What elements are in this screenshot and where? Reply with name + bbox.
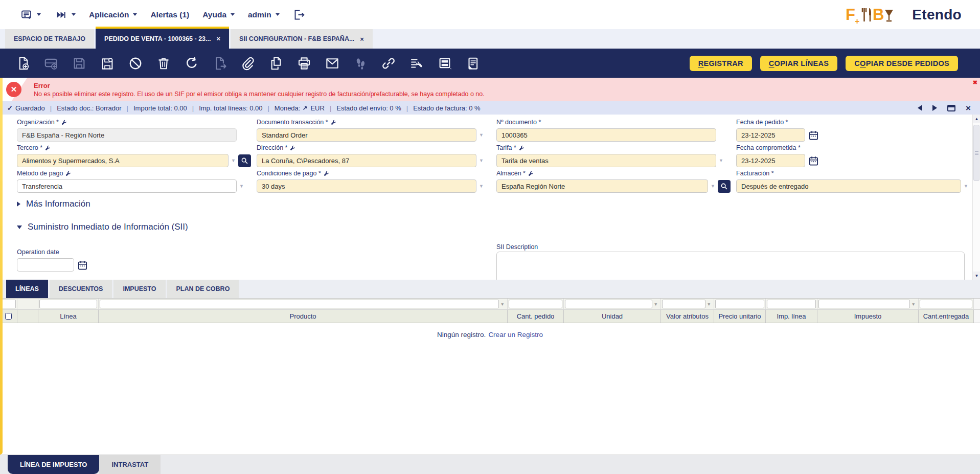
form-scrollbar[interactable]: ▲ ▼	[972, 115, 980, 280]
facturacion-input[interactable]: Después de entregado	[736, 179, 961, 193]
bottom-tab-intrastat[interactable]: INTRASTAT	[99, 455, 161, 474]
filter-select[interactable]	[0, 299, 17, 309]
refresh-icon[interactable]	[184, 56, 199, 71]
section-sii[interactable]: Suministro Inmediato de Información (SII…	[17, 222, 188, 232]
user-menu[interactable]: admin	[248, 10, 280, 19]
application-menu[interactable]: Aplicación	[89, 10, 137, 19]
filter-input-imp-linea[interactable]	[767, 300, 816, 308]
fecha-comprometida-input[interactable]: 23-12-2025	[736, 154, 805, 167]
select-all-checkbox[interactable]	[5, 313, 12, 320]
metodo-pago-input[interactable]: Transferencia	[17, 179, 237, 193]
search-lookup-button[interactable]	[238, 154, 251, 167]
tarifa-input[interactable]: Tarifa de ventas	[496, 154, 716, 167]
scrollbar-thumb[interactable]	[973, 125, 979, 181]
logout[interactable]	[293, 9, 305, 21]
dropdown-arrow-icon[interactable]: ▼	[231, 158, 236, 163]
calendar-icon[interactable]	[77, 260, 88, 270]
numero-documento-input[interactable]: 1000365	[496, 128, 716, 142]
link-icon[interactable]	[381, 56, 396, 71]
maximize-form-button[interactable]	[947, 105, 955, 111]
filter-input-cant-pedido[interactable]	[509, 300, 562, 308]
email-icon[interactable]	[325, 56, 340, 71]
copiar-lineas-button[interactable]: COPIAR LÍNEAS	[760, 56, 838, 71]
close-tab-icon[interactable]: ×	[360, 36, 364, 42]
calendar-icon[interactable]	[808, 130, 819, 141]
operation-date-input[interactable]	[17, 258, 74, 272]
form-view-icon[interactable]	[437, 56, 452, 71]
filter-input-linea[interactable]	[39, 300, 97, 308]
expand-icon[interactable]	[17, 201, 20, 207]
tree-tools-icon[interactable]	[409, 56, 424, 71]
collapse-icon[interactable]	[17, 225, 22, 229]
sii-description-textarea[interactable]	[496, 252, 965, 280]
filter-imp-linea[interactable]	[766, 299, 817, 309]
scroll-down-icon[interactable]: ▼	[973, 272, 980, 280]
bottom-tab-línea-de-impuesto[interactable]: LÍNEA DE IMPUESTO	[8, 455, 99, 474]
filter-impuesto[interactable]: ▼	[817, 299, 919, 309]
copiar-desde-pedidos-button[interactable]: COPIAR DESDE PEDIDOS	[846, 56, 958, 71]
filter-linea[interactable]	[38, 299, 99, 309]
filter-unidad[interactable]: ▼	[564, 299, 661, 309]
filter-cant-entregada[interactable]	[919, 299, 974, 309]
filter-input-precio-unitario[interactable]	[715, 300, 764, 308]
filter-producto[interactable]: ▼	[99, 299, 508, 309]
dropdown-arrow-icon[interactable]: ▼	[239, 184, 244, 189]
documento-transaccion-input[interactable]: Standard Order	[257, 128, 476, 142]
filter-dropdown-icon[interactable]: ▼	[705, 302, 713, 307]
column-header-producto[interactable]: Producto	[99, 310, 508, 323]
dropdown-arrow-icon[interactable]: ▼	[711, 184, 715, 189]
filter-dropdown-icon[interactable]: ▼	[652, 302, 659, 307]
quick-launch-menu[interactable]	[54, 9, 76, 20]
column-header-valor-atributos[interactable]: Valor atributos	[661, 310, 714, 323]
column-header-rownum[interactable]	[17, 310, 38, 323]
column-header-imp-linea[interactable]: Imp. línea	[766, 310, 817, 323]
help-menu[interactable]: Ayuda	[202, 10, 235, 19]
registrar-button[interactable]: REGISTRAR	[690, 56, 752, 71]
child-tab-líneas[interactable]: LÍNEAS	[6, 280, 48, 298]
filter-input-valor-atributos[interactable]	[662, 300, 705, 308]
filter-valor-atributos[interactable]: ▼	[661, 299, 714, 309]
filter-dropdown-icon[interactable]: ▼	[499, 302, 506, 307]
dropdown-arrow-icon[interactable]: ▼	[719, 158, 723, 163]
new-record-icon[interactable]	[15, 56, 31, 71]
window-tab-2[interactable]: SII CONFIGURATION - F&B ESPAÑA...×	[231, 29, 373, 49]
create-record-link[interactable]: Crear un Registro	[488, 331, 543, 338]
dropdown-arrow-icon[interactable]: ▼	[479, 132, 484, 138]
filter-cant-pedido[interactable]	[508, 299, 564, 309]
column-header-select[interactable]	[0, 310, 17, 323]
scroll-up-icon[interactable]: ▲	[973, 115, 980, 123]
close-form-button[interactable]: ×	[966, 104, 971, 112]
filter-input-unidad[interactable]	[565, 300, 652, 308]
filter-input-cant-entregada[interactable]	[920, 300, 972, 308]
column-header-linea[interactable]: Línea	[38, 310, 99, 323]
tercero-input[interactable]: Alimentos y Supermercados, S.A	[17, 154, 229, 167]
direccion-input[interactable]: La Coruña, C\Pescadores, 87	[257, 154, 476, 167]
search-lookup-button[interactable]	[718, 180, 731, 193]
error-close-icon[interactable]: ✖	[973, 80, 977, 85]
close-tab-icon[interactable]: ×	[217, 35, 221, 42]
next-record-button[interactable]	[932, 105, 937, 111]
column-header-precio-unitario[interactable]: Precio unitario	[714, 310, 766, 323]
filter-input-select[interactable]	[1, 300, 16, 308]
column-header-cant-entregada[interactable]: Cant.entregada	[919, 310, 974, 323]
delete-icon[interactable]	[156, 56, 171, 71]
undo-icon[interactable]	[128, 56, 143, 71]
save-view-icon[interactable]	[100, 56, 115, 71]
dropdown-arrow-icon[interactable]: ▼	[479, 158, 484, 163]
attachment-icon[interactable]	[240, 56, 256, 71]
dropdown-arrow-icon[interactable]: ▼	[479, 184, 484, 189]
workspace-menu[interactable]	[20, 9, 41, 21]
column-header-unidad[interactable]: Unidad	[564, 310, 661, 323]
fecha-pedido-input[interactable]: 23-12-2025	[736, 128, 805, 142]
filter-dropdown-icon[interactable]: ▼	[910, 302, 917, 307]
child-tab-descuentos[interactable]: DESCUENTOS	[50, 280, 112, 298]
column-header-impuesto[interactable]: Impuesto	[817, 310, 919, 323]
filter-input-impuesto[interactable]	[818, 300, 910, 308]
condiciones-pago-input[interactable]: 30 days	[257, 179, 476, 193]
goto-icon[interactable]	[303, 105, 308, 110]
filter-precio-unitario[interactable]	[714, 299, 766, 309]
dropdown-arrow-icon[interactable]: ▼	[964, 184, 968, 189]
clone-icon[interactable]	[268, 56, 284, 71]
section-mas-informacion[interactable]: Más Información	[17, 199, 90, 209]
print-icon[interactable]	[297, 56, 312, 71]
